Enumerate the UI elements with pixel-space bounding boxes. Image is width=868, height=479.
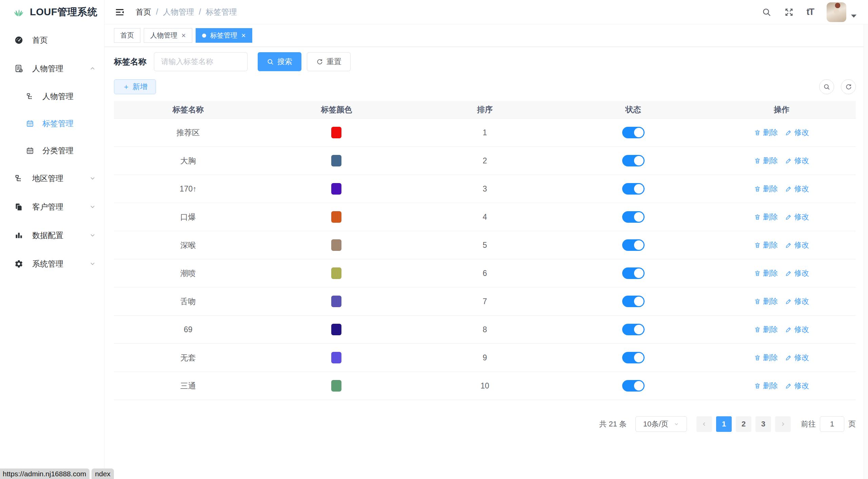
sidebar-item-customer-management[interactable]: 客户管理 xyxy=(0,193,104,221)
fullscreen-icon[interactable] xyxy=(784,7,794,17)
edit-link[interactable]: 修改 xyxy=(785,324,809,335)
sidebar-subitem-tags[interactable]: 标签管理 xyxy=(0,110,104,137)
table-row: 推荐区 1 删除 修改 xyxy=(114,119,856,147)
edit-link[interactable]: 修改 xyxy=(785,353,809,363)
toggle-knob xyxy=(634,128,644,137)
add-button[interactable]: ＋ 新增 xyxy=(114,79,156,94)
goto-page-input[interactable] xyxy=(820,416,844,432)
column-search-button[interactable] xyxy=(819,79,834,94)
status-toggle[interactable] xyxy=(622,324,645,335)
delete-link[interactable]: 删除 xyxy=(754,324,778,335)
avatar[interactable] xyxy=(827,2,846,22)
tag-name-cell: 无套 xyxy=(114,353,262,363)
sidebar-item-label: 地区管理 xyxy=(32,173,63,184)
edit-link-label: 修改 xyxy=(794,127,809,138)
plus-icon: ＋ xyxy=(122,82,130,92)
tag-name-input[interactable] xyxy=(154,52,248,71)
tab-tag-management[interactable]: 标签管理 × xyxy=(196,28,252,43)
sidebar-item-data-config[interactable]: 数据配置 xyxy=(0,221,104,250)
sidebar-subitem-categories[interactable]: 分类管理 xyxy=(0,137,104,164)
delete-link[interactable]: 删除 xyxy=(754,127,778,138)
status-toggle[interactable] xyxy=(622,352,645,363)
close-icon[interactable]: × xyxy=(181,32,186,39)
next-page-button[interactable] xyxy=(775,416,791,432)
edit-link-label: 修改 xyxy=(794,324,809,335)
pencil-icon xyxy=(785,326,792,333)
breadcrumb-separator: / xyxy=(156,7,158,17)
tab-person-management[interactable]: 人物管理 × xyxy=(144,28,192,43)
delete-link[interactable]: 删除 xyxy=(754,184,778,194)
sidebar-item-home[interactable]: 首页 xyxy=(0,26,104,54)
edit-link-label: 修改 xyxy=(794,353,809,363)
table-header: 标签名称 标签颜色 排序 状态 操作 xyxy=(114,101,856,119)
tag-color-swatch xyxy=(331,239,341,251)
status-toggle[interactable] xyxy=(622,155,645,166)
trash-icon xyxy=(754,382,761,389)
sidebar-item-region-management[interactable]: 地区管理 xyxy=(0,164,104,193)
tag-name-label: 标签名称 xyxy=(114,56,146,67)
delete-link-label: 删除 xyxy=(763,296,778,306)
user-menu[interactable] xyxy=(827,2,856,22)
edit-link[interactable]: 修改 xyxy=(785,156,809,166)
delete-link[interactable]: 删除 xyxy=(754,156,778,166)
page-button-1[interactable]: 1 xyxy=(716,416,732,432)
status-toggle[interactable] xyxy=(622,267,645,279)
sort-cell: 6 xyxy=(411,269,559,278)
delete-link-label: 删除 xyxy=(763,212,778,222)
calendar-icon xyxy=(26,146,34,155)
tag-name-cell: 69 xyxy=(114,325,262,334)
prev-page-button[interactable] xyxy=(696,416,712,432)
delete-link-label: 删除 xyxy=(763,268,778,278)
breadcrumb-item[interactable]: 首页 xyxy=(136,7,151,17)
edit-link[interactable]: 修改 xyxy=(785,127,809,138)
search-button-label: 搜索 xyxy=(277,57,292,67)
chevron-down-icon xyxy=(674,421,679,427)
sidebar-item-person-management[interactable]: 人物管理 xyxy=(0,54,104,83)
scrollbar[interactable] xyxy=(864,24,868,479)
delete-link[interactable]: 删除 xyxy=(754,353,778,363)
column-header-color: 标签颜色 xyxy=(262,104,411,115)
delete-link[interactable]: 删除 xyxy=(754,268,778,278)
status-toggle[interactable] xyxy=(622,127,645,138)
close-icon[interactable]: × xyxy=(241,32,246,39)
search-icon[interactable] xyxy=(762,7,771,17)
page-size-select[interactable]: 10条/页 xyxy=(635,416,687,432)
refresh-button[interactable] xyxy=(841,79,856,94)
status-toggle[interactable] xyxy=(622,183,645,195)
tab-home[interactable]: 首页 xyxy=(114,28,140,43)
edit-link[interactable]: 修改 xyxy=(785,381,809,391)
font-size-icon[interactable]: tT xyxy=(807,7,814,17)
status-toggle[interactable] xyxy=(622,239,645,251)
delete-link[interactable]: 删除 xyxy=(754,240,778,250)
toggle-knob xyxy=(634,381,644,391)
toggle-knob xyxy=(634,325,644,334)
sidebar-item-label: 分类管理 xyxy=(42,145,74,156)
edit-link[interactable]: 修改 xyxy=(785,184,809,194)
sidebar-fold-icon[interactable] xyxy=(115,7,125,17)
status-cell xyxy=(559,324,708,335)
page-button-3[interactable]: 3 xyxy=(755,416,771,432)
status-cell xyxy=(559,211,708,223)
tag-color-swatch xyxy=(331,211,341,223)
delete-link[interactable]: 删除 xyxy=(754,296,778,306)
status-toggle[interactable] xyxy=(622,211,645,223)
reset-button[interactable]: 重置 xyxy=(307,52,351,71)
tags-table: 标签名称 标签颜色 排序 状态 操作 推荐区 1 删除 修改 大胸 xyxy=(114,101,856,400)
delete-link[interactable]: 删除 xyxy=(754,212,778,222)
status-toggle[interactable] xyxy=(622,296,645,307)
search-button[interactable]: 搜索 xyxy=(258,52,301,71)
sidebar-item-system-management[interactable]: 系统管理 xyxy=(0,250,104,278)
edit-link[interactable]: 修改 xyxy=(785,240,809,250)
status-cell xyxy=(559,380,708,392)
breadcrumb-item[interactable]: 人物管理 xyxy=(163,7,194,17)
edit-link[interactable]: 修改 xyxy=(785,268,809,278)
table-row: 深喉 5 删除 修改 xyxy=(114,231,856,259)
delete-link[interactable]: 删除 xyxy=(754,381,778,391)
tag-color-cell xyxy=(262,324,411,335)
status-toggle[interactable] xyxy=(622,380,645,392)
edit-link[interactable]: 修改 xyxy=(785,212,809,222)
edit-link[interactable]: 修改 xyxy=(785,296,809,306)
tag-name-cell: 170↑ xyxy=(114,184,262,194)
page-button-2[interactable]: 2 xyxy=(736,416,751,432)
sidebar-subitem-person[interactable]: 人物管理 xyxy=(0,83,104,110)
